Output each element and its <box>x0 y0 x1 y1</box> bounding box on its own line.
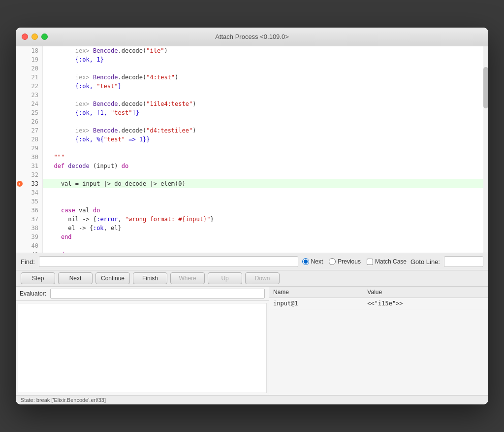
goto-input[interactable] <box>444 256 483 267</box>
find-label: Find: <box>21 258 35 266</box>
line-num-31: 31 <box>16 162 42 170</box>
line-num-19: 19 <box>16 55 42 64</box>
match-case-label[interactable]: Match Case <box>367 258 407 265</box>
search-options: Next Previous Match Case <box>302 258 407 265</box>
line-num-28: 28 <box>16 135 42 144</box>
continue-button[interactable]: Continue <box>95 272 130 284</box>
next-radio-label[interactable]: Next <box>302 258 323 265</box>
up-button[interactable]: Up <box>208 272 242 284</box>
finish-button[interactable]: Finish <box>133 272 167 284</box>
down-button[interactable]: Down <box>245 272 280 284</box>
evaluator-panel: Evaluator: <box>16 287 269 395</box>
line-num-18: 18 <box>16 46 42 55</box>
line-numbers: 18 19 20 21 22 23 24 25 26 27 28 29 30 3… <box>16 46 43 253</box>
line-num-40: 40 <box>16 241 42 250</box>
horizontal-scrollbar[interactable] <box>16 253 488 253</box>
line-num-21: 21 <box>16 73 42 82</box>
code-line-24: iex> Bencode.decode("1ile4:teste") <box>43 100 488 108</box>
find-input[interactable] <box>39 256 298 267</box>
evaluator-input[interactable] <box>50 289 265 299</box>
line-num-25: 25 <box>16 108 42 117</box>
next-radio[interactable] <box>302 258 309 265</box>
next-label: Next <box>311 258 323 265</box>
code-line-39: end <box>43 233 488 241</box>
line-num-20: 20 <box>16 64 42 73</box>
line-num-36: 36 <box>16 206 42 215</box>
code-line-38: el -> {:ok, el} <box>43 224 488 233</box>
step-button[interactable]: Step <box>21 272 55 284</box>
previous-radio[interactable] <box>329 258 336 265</box>
code-line-25: {:ok, [1, "test"]} <box>43 108 488 117</box>
evaluator-header: Evaluator: <box>16 287 269 301</box>
line-num-29: 29 <box>16 144 42 153</box>
line-num-35: 35 <box>16 197 42 206</box>
code-lines: iex> Bencode.decode("ile") {:ok, 1} iex>… <box>43 46 488 253</box>
var-value: <<"i15e">> <box>363 298 488 309</box>
line-num-27: 27 <box>16 126 42 135</box>
line-num-33: 33 <box>16 179 42 188</box>
code-line-35 <box>43 197 488 206</box>
code-line-18: iex> Bencode.decode("ile") <box>43 46 488 55</box>
previous-radio-label[interactable]: Previous <box>329 258 361 265</box>
vertical-thumb[interactable] <box>483 67 488 108</box>
bottom-panel: Evaluator: Name Value input@1 <<"i15e">> <box>16 287 488 395</box>
code-line-36: case val do <box>43 206 488 215</box>
match-case-checkbox[interactable] <box>367 259 373 265</box>
maximize-button[interactable] <box>41 33 48 40</box>
line-num-39: 39 <box>16 233 42 241</box>
code-line-37: nil -> {:error, "wrong format: #{input}"… <box>43 215 488 224</box>
line-num-26: 26 <box>16 117 42 126</box>
main-window: Attach Process <0.109.0> 18 19 20 21 22 … <box>16 28 488 404</box>
where-button[interactable]: Where <box>170 272 205 284</box>
line-num-41: 41 <box>16 250 42 253</box>
line-num-37: 37 <box>16 215 42 224</box>
line-num-34: 34 <box>16 188 42 197</box>
code-line-22: {:ok, "test"} <box>43 82 488 91</box>
title-bar: Attach Process <0.109.0> <box>16 28 488 46</box>
code-line-28: {:ok, %{"test" => 1}} <box>43 135 488 144</box>
code-line-33: val = input |> do_decode |> elem(0) <box>43 179 488 188</box>
code-line-20 <box>43 64 488 73</box>
code-line-23 <box>43 91 488 100</box>
close-button[interactable] <box>22 33 28 40</box>
code-line-31: def decode (input) do <box>43 162 488 170</box>
evaluator-label: Evaluator: <box>20 290 46 297</box>
status-bar: State: break ['Elixir.Bencode'.erl/33] <box>16 395 488 404</box>
evaluator-body <box>18 303 267 393</box>
code-line-27: iex> Bencode.decode("d4:testilee") <box>43 126 488 135</box>
vertical-scrollbar[interactable] <box>483 46 488 253</box>
variables-panel: Name Value input@1 <<"i15e">> <box>269 287 488 395</box>
col-name: Name <box>269 287 363 298</box>
previous-label: Previous <box>338 258 361 265</box>
line-num-24: 24 <box>16 100 42 108</box>
code-line-40 <box>43 241 488 250</box>
find-bar: Find: Next Previous Match Case Goto Line… <box>16 253 488 270</box>
variables-table: Name Value input@1 <<"i15e">> <box>269 287 488 309</box>
minimize-button[interactable] <box>32 33 38 40</box>
line-num-30: 30 <box>16 153 42 162</box>
code-line-21: iex> Bencode.decode("4:test") <box>43 73 488 82</box>
match-case-text: Match Case <box>375 258 407 265</box>
debug-toolbar: Step Next Continue Finish Where Up Down <box>16 270 488 287</box>
line-num-22: 22 <box>16 82 42 91</box>
var-name: input@1 <box>269 298 363 309</box>
line-num-38: 38 <box>16 224 42 233</box>
status-text: State: break ['Elixir.Bencode'.erl/33] <box>21 397 106 403</box>
traffic-lights <box>22 33 48 40</box>
code-area: 18 19 20 21 22 23 24 25 26 27 28 29 30 3… <box>16 46 488 253</box>
line-num-23: 23 <box>16 91 42 100</box>
col-value: Value <box>363 287 488 298</box>
code-line-30: """ <box>43 153 488 162</box>
code-line-26 <box>43 117 488 126</box>
code-line-41: end <box>43 250 488 253</box>
code-line-32 <box>43 170 488 179</box>
line-num-32: 32 <box>16 170 42 179</box>
code-line-19: {:ok, 1} <box>43 55 488 64</box>
table-row: input@1 <<"i15e">> <box>269 298 488 309</box>
goto-label: Goto Line: <box>410 258 440 266</box>
code-line-34 <box>43 188 488 197</box>
window-title: Attach Process <0.109.0> <box>215 33 289 40</box>
breakpoint-icon <box>17 181 23 187</box>
next-button[interactable]: Next <box>58 272 93 284</box>
code-line-29 <box>43 144 488 153</box>
